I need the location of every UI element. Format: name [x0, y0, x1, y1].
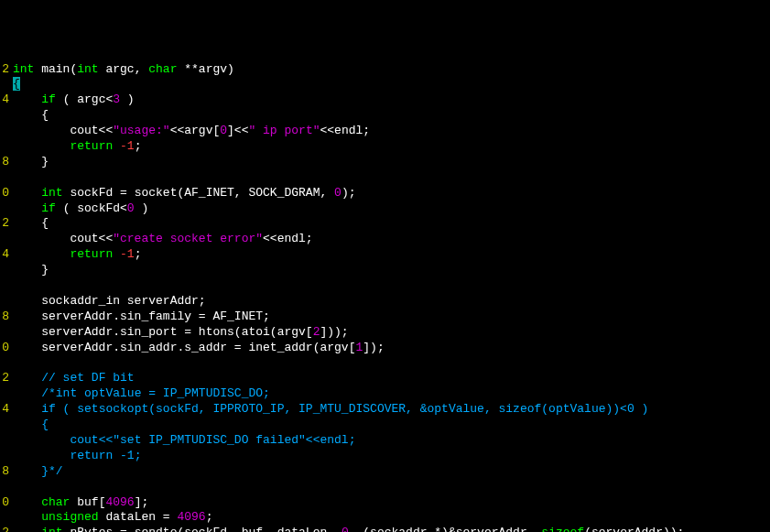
- code-token: ;: [135, 247, 142, 261]
- code-token: 0: [220, 124, 227, 137]
- code-token: cout<<: [13, 232, 113, 245]
- code-token: (serverAddr));: [584, 526, 684, 532]
- code-token: "create socket error": [113, 232, 263, 245]
- code-token: cout<<: [13, 124, 113, 137]
- code-token: "usage:": [113, 124, 169, 137]
- code-token: [13, 186, 41, 200]
- code-token: serverAddr.sin_port = htons(atoi(argv[: [13, 325, 313, 339]
- code-token: int: [41, 526, 62, 532]
- code-token: return: [70, 247, 113, 261]
- line-number: [0, 510, 9, 526]
- code-token: [13, 418, 41, 431]
- code-token: }: [13, 155, 49, 168]
- code-token: return -1;: [41, 449, 141, 462]
- code-token: sizeof: [541, 526, 584, 532]
- code-line[interactable]: /*int optValue = IP_PMTUDISC_DO;: [13, 386, 770, 402]
- code-line[interactable]: // set DF bit: [13, 371, 770, 386]
- code-token: // set DF bit: [41, 371, 134, 385]
- code-line[interactable]: serverAddr.sin_addr.s_addr = inet_addr(a…: [13, 341, 770, 356]
- line-number-gutter: 2 4 8 0 2 4 8 0 2 4 8 0 2 4 8 0 2 4 6: [0, 62, 13, 532]
- line-number: 8: [0, 464, 9, 480]
- line-number: 2: [0, 526, 9, 532]
- line-number: [0, 418, 9, 433]
- code-token: [13, 386, 41, 400]
- code-token: -1: [120, 139, 135, 153]
- code-token: nBytes = sendto(sockFd, buf, dataLen,: [63, 526, 342, 532]
- code-token: ]<<: [227, 124, 248, 137]
- code-line[interactable]: {: [13, 108, 770, 124]
- code-line[interactable]: {: [13, 418, 770, 433]
- code-line[interactable]: return -1;: [13, 247, 770, 263]
- line-number: [0, 386, 9, 402]
- code-token: [13, 449, 41, 462]
- line-number: [0, 108, 9, 124]
- code-line[interactable]: unsigned dataLen = 4096;: [13, 510, 770, 526]
- line-number: 0: [0, 186, 9, 201]
- code-token: /*int optValue = IP_PMTUDISC_DO;: [41, 386, 270, 400]
- code-line[interactable]: int sockFd = socket(AF_INET, SOCK_DGRAM,…: [13, 186, 770, 201]
- code-line[interactable]: if ( sockFd<0 ): [13, 201, 770, 217]
- code-token: cout<<"set IP_PMTUDISC_DO failed"<<endl;: [41, 433, 355, 447]
- code-line[interactable]: int nBytes = sendto(sockFd, buf, dataLen…: [13, 526, 770, 532]
- code-line[interactable]: [13, 355, 770, 371]
- line-number: [0, 278, 9, 294]
- code-line[interactable]: cout<<"set IP_PMTUDISC_DO failed"<<endl;: [13, 433, 770, 449]
- code-line[interactable]: serverAddr.sin_port = htons(atoi(argv[2]…: [13, 325, 770, 341]
- code-line[interactable]: char buf[4096];: [13, 495, 770, 511]
- code-token: {: [41, 418, 49, 431]
- line-number: [0, 449, 9, 464]
- code-line[interactable]: [13, 480, 770, 495]
- code-token: ( argc<: [56, 92, 113, 106]
- code-editor[interactable]: 2 4 8 0 2 4 8 0 2 4 8 0 2 4 8 0 2 4 6 in…: [0, 62, 770, 532]
- code-line[interactable]: return -1;: [13, 139, 770, 155]
- code-token: main(: [34, 62, 77, 76]
- line-number: [0, 294, 9, 309]
- code-line[interactable]: serverAddr.sin_family = AF_INET;: [13, 309, 770, 325]
- code-token: return: [70, 139, 113, 153]
- code-line[interactable]: int main(int argc, char **argv): [13, 62, 770, 78]
- code-token: char: [41, 495, 70, 509]
- code-area[interactable]: int main(int argc, char **argv){ if ( ar…: [13, 62, 770, 532]
- code-line[interactable]: cout<<"create socket error"<<endl;: [13, 232, 770, 247]
- line-number: 8: [0, 309, 9, 325]
- code-token: [113, 139, 120, 153]
- code-token: dataLen =: [99, 510, 178, 524]
- code-token: ]));: [320, 325, 348, 339]
- line-number: 2: [0, 62, 9, 78]
- code-token: 0: [127, 201, 135, 215]
- code-line[interactable]: }: [13, 263, 770, 278]
- code-token: [13, 371, 41, 385]
- code-token: buf[: [70, 495, 105, 509]
- code-token: ;: [206, 510, 213, 524]
- code-token: serverAddr.sin_family = AF_INET;: [13, 309, 270, 323]
- code-line[interactable]: cout<<"usage:"<<argv[0]<<" ip port"<<end…: [13, 124, 770, 139]
- code-line[interactable]: }: [13, 155, 770, 170]
- code-token: int: [77, 62, 98, 76]
- code-token: char: [148, 62, 177, 76]
- line-number: [0, 480, 9, 495]
- line-number: 2: [0, 371, 9, 386]
- code-line[interactable]: if ( setsockopt(sockFd, IPPROTO_IP, IP_M…: [13, 402, 770, 418]
- line-number: [0, 170, 9, 186]
- line-number: 0: [0, 341, 9, 356]
- code-token: <<endl;: [263, 232, 313, 245]
- code-line[interactable]: sockaddr_in serverAddr;: [13, 294, 770, 309]
- code-token: ]);: [363, 341, 384, 354]
- code-token: , (sockaddr *)&serverAddr,: [349, 526, 542, 532]
- code-token: [113, 247, 120, 261]
- code-token: 4096: [105, 495, 134, 509]
- code-line[interactable]: if ( argc<3 ): [13, 92, 770, 108]
- code-token: ): [120, 92, 135, 106]
- code-line[interactable]: [13, 278, 770, 294]
- line-number: 8: [0, 155, 9, 170]
- line-number: 4: [0, 247, 9, 263]
- code-token: <<endl;: [320, 124, 370, 137]
- code-line[interactable]: {: [13, 77, 770, 92]
- code-line[interactable]: {: [13, 216, 770, 232]
- code-token: [13, 247, 70, 261]
- code-token: if: [41, 201, 56, 215]
- code-line[interactable]: [13, 170, 770, 186]
- code-line[interactable]: }*/: [13, 464, 770, 480]
- code-token: <<argv[: [170, 124, 221, 137]
- code-line[interactable]: return -1;: [13, 449, 770, 464]
